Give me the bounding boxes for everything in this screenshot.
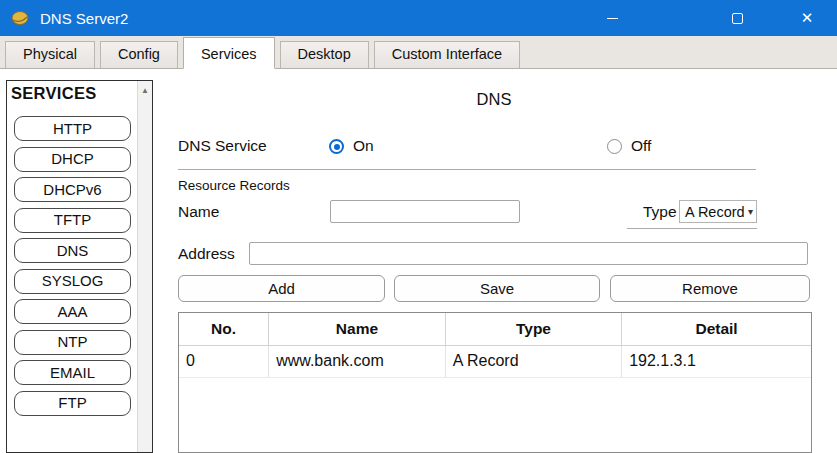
separator [178, 169, 756, 170]
sidebar-item-email[interactable]: EMAIL [14, 360, 131, 385]
dns-service-off-radio[interactable] [607, 139, 622, 154]
sidebar-item-dns[interactable]: DNS [14, 238, 131, 263]
minimize-button[interactable] [596, 0, 628, 36]
maximize-button[interactable] [721, 0, 753, 36]
tab-custom-interface[interactable]: Custom Interface [374, 41, 520, 68]
dns-service-on-radio[interactable] [329, 139, 344, 154]
sidebar-item-tftp[interactable]: TFTP [14, 208, 131, 233]
sidebar-item-dhcpv6[interactable]: DHCPv6 [14, 177, 131, 202]
packet-tracer-window: DNS Server2 ✕ Physical Config Services D… [0, 0, 837, 453]
sidebar-item-dhcp[interactable]: DHCP [14, 147, 131, 172]
window-title: DNS Server2 [40, 10, 128, 27]
titlebar: DNS Server2 ✕ [0, 0, 837, 36]
service-list: HTTP DHCP DHCPv6 TFTP DNS SYSLOG AAA NTP… [7, 116, 152, 416]
type-label: Type [643, 203, 677, 221]
sidebar-item-ntp[interactable]: NTP [14, 330, 131, 355]
page-title: DNS [160, 90, 828, 109]
services-header: SERVICES [7, 81, 152, 103]
table-row[interactable]: 0 www.bank.com A Record 192.1.3.1 [179, 345, 811, 377]
sidebar-item-syslog[interactable]: SYSLOG [14, 269, 131, 294]
dns-service-label: DNS Service [178, 137, 267, 155]
resource-records-label: Resource Records [178, 178, 290, 193]
table-header-row: No. Name Type Detail [179, 313, 811, 345]
column-header-detail: Detail [622, 313, 811, 345]
minimize-icon [607, 18, 618, 19]
name-input[interactable] [330, 200, 520, 223]
dns-service-on-label[interactable]: On [353, 137, 374, 155]
add-button[interactable]: Add [178, 275, 385, 302]
name-label: Name [178, 203, 219, 221]
close-button[interactable]: ✕ [791, 0, 823, 36]
remove-button[interactable]: Remove [610, 275, 810, 302]
sidebar-item-http[interactable]: HTTP [14, 116, 131, 141]
sidebar-item-aaa[interactable]: AAA [14, 299, 131, 324]
scroll-up-icon[interactable]: ▲ [138, 81, 152, 95]
cell-type: A Record [445, 345, 621, 377]
column-header-name: Name [269, 313, 446, 345]
tab-config[interactable]: Config [100, 41, 178, 68]
sidebar-item-ftp[interactable]: FTP [14, 391, 131, 416]
save-button[interactable]: Save [394, 275, 600, 302]
tab-physical[interactable]: Physical [5, 41, 95, 68]
column-header-type: Type [445, 313, 621, 345]
address-label: Address [178, 245, 235, 263]
tab-bar: Physical Config Services Desktop Custom … [0, 36, 837, 69]
sidebar-scrollbar[interactable]: ▲ [137, 81, 152, 452]
cell-detail: 192.1.3.1 [622, 345, 811, 377]
dns-service-off-label[interactable]: Off [631, 137, 651, 155]
type-select-value: A Record [685, 204, 745, 220]
type-select[interactable]: A Record ▾ [679, 200, 757, 223]
chevron-down-icon: ▾ [748, 206, 753, 217]
tab-services[interactable]: Services [183, 37, 275, 69]
cell-name: www.bank.com [269, 345, 446, 377]
maximize-icon [732, 13, 743, 24]
column-header-no: No. [179, 313, 269, 345]
app-icon [10, 8, 30, 28]
records-table: No. Name Type Detail 0 www.bank.com A Re… [178, 312, 812, 453]
separator [627, 228, 757, 229]
tab-desktop[interactable]: Desktop [280, 41, 369, 68]
cell-no: 0 [179, 345, 269, 377]
services-sidebar: SERVICES HTTP DHCP DHCPv6 TFTP DNS SYSLO… [6, 80, 153, 453]
address-input[interactable] [249, 242, 808, 265]
